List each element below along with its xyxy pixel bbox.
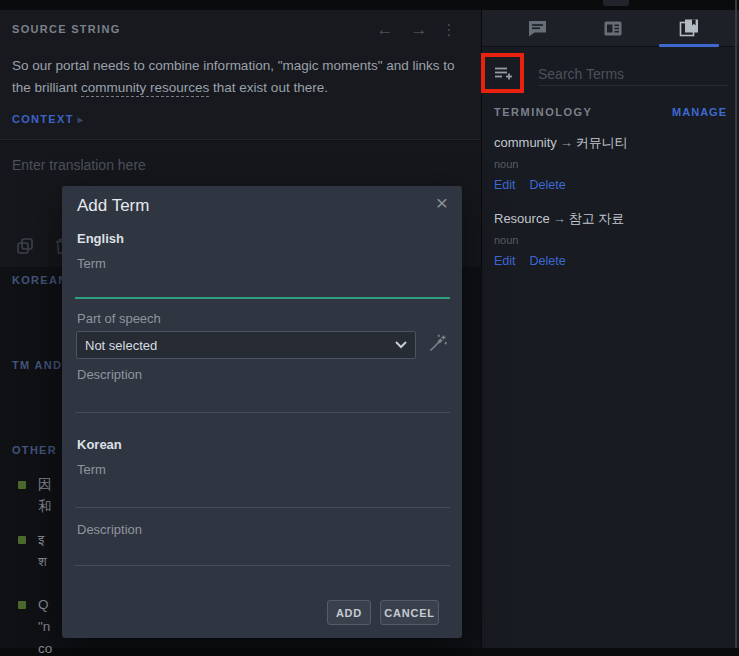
window-drag-handle bbox=[603, 0, 629, 6]
status-bullet-icon bbox=[18, 481, 26, 489]
highlighted-term[interactable]: community resources bbox=[81, 80, 209, 97]
term-target: 참고 자료 bbox=[569, 211, 625, 226]
kebab-icon: ⋮ bbox=[442, 21, 457, 39]
english-term-input[interactable] bbox=[75, 273, 450, 299]
term-source: community bbox=[494, 135, 557, 150]
segment-navigation: ← → ⋮ bbox=[373, 18, 457, 42]
other-language-item[interactable]: इ श bbox=[0, 529, 62, 573]
chevron-down-icon bbox=[395, 341, 407, 349]
other-language-line: co bbox=[38, 638, 62, 656]
next-segment-button[interactable]: → bbox=[407, 18, 431, 42]
add-button[interactable]: ADD bbox=[327, 600, 371, 625]
korean-section-heading: Korean bbox=[77, 437, 122, 452]
context-label: CONTEXT bbox=[12, 113, 74, 125]
dialog-title: Add Term bbox=[77, 196, 149, 216]
source-text: So our portal needs to combine informati… bbox=[12, 55, 472, 99]
term-arrow-icon: → bbox=[550, 211, 569, 226]
part-of-speech-value: Not selected bbox=[85, 338, 395, 353]
tab-comments[interactable] bbox=[499, 10, 575, 46]
manage-terms-link[interactable]: MANAGE bbox=[672, 106, 727, 118]
source-string-label: SOURCE STRING bbox=[12, 23, 121, 35]
english-section-heading: English bbox=[77, 231, 124, 246]
terminology-panel: TERMINOLOGY MANAGE community→커뮤니티 noun E… bbox=[482, 10, 739, 648]
playlist-add-icon bbox=[493, 64, 515, 82]
add-term-button[interactable] bbox=[490, 60, 518, 86]
status-bullet-icon bbox=[18, 536, 26, 544]
status-bullet-icon bbox=[18, 601, 26, 609]
other-language-item[interactable]: 因 和 bbox=[0, 474, 62, 518]
forward-arrow-icon: → bbox=[411, 20, 428, 40]
more-options-button[interactable]: ⋮ bbox=[441, 18, 457, 42]
term-arrow-icon: → bbox=[557, 135, 576, 150]
active-tab-indicator bbox=[659, 44, 719, 47]
delete-term-link[interactable]: Delete bbox=[530, 254, 566, 268]
magic-wand-icon bbox=[427, 334, 447, 354]
tab-terminology[interactable] bbox=[651, 10, 727, 46]
edit-term-link[interactable]: Edit bbox=[494, 178, 516, 192]
term-pair: Resource→참고 자료 bbox=[494, 210, 727, 228]
other-language-line: 和 bbox=[38, 496, 62, 518]
other-language-line: "n bbox=[38, 616, 62, 638]
korean-term-label: Term bbox=[77, 462, 106, 477]
close-icon: × bbox=[436, 191, 448, 214]
previous-segment-button[interactable]: ← bbox=[373, 18, 397, 42]
term-target: 커뮤니티 bbox=[576, 135, 628, 150]
tab-notes[interactable] bbox=[575, 10, 651, 46]
auto-suggest-button[interactable] bbox=[426, 333, 448, 355]
term-entry: community→커뮤니티 noun Edit Delete bbox=[494, 134, 727, 192]
cancel-button[interactable]: CANCEL bbox=[380, 600, 439, 625]
copy-icon bbox=[15, 236, 35, 256]
english-description-input[interactable] bbox=[75, 387, 450, 413]
delete-term-link[interactable]: Delete bbox=[530, 178, 566, 192]
term-part-of-speech: noun bbox=[494, 158, 727, 170]
translation-placeholder: Enter translation here bbox=[12, 157, 146, 173]
context-link[interactable]: CONTEXT▸ bbox=[12, 113, 84, 125]
comment-icon bbox=[528, 20, 547, 37]
other-language-line: श bbox=[38, 551, 62, 573]
termbase-book-icon bbox=[679, 19, 699, 37]
panel-tab-bar bbox=[482, 10, 739, 47]
search-terms-input[interactable] bbox=[538, 62, 728, 86]
term-source: Resource bbox=[494, 211, 550, 226]
other-language-line: इ bbox=[38, 529, 62, 551]
source-text-after: that exist out there. bbox=[209, 80, 328, 95]
terminology-header-row: TERMINOLOGY MANAGE bbox=[494, 106, 727, 118]
other-language-line: Q bbox=[38, 594, 62, 616]
korean-term-input[interactable] bbox=[75, 482, 450, 508]
part-of-speech-select[interactable]: Not selected bbox=[76, 331, 416, 359]
source-string-panel: SOURCE STRING ← → ⋮ So our portal needs … bbox=[0, 10, 481, 140]
back-arrow-icon: ← bbox=[377, 20, 394, 40]
close-dialog-button[interactable]: × bbox=[436, 192, 448, 213]
other-language-item[interactable]: Q "n co bbox=[0, 594, 62, 656]
english-term-label: Term bbox=[77, 256, 106, 271]
english-description-label: Description bbox=[77, 367, 142, 382]
copy-source-button[interactable] bbox=[14, 235, 36, 257]
term-part-of-speech: noun bbox=[494, 234, 727, 246]
term-pair: community→커뮤니티 bbox=[494, 134, 727, 152]
context-arrow-icon: ▸ bbox=[78, 114, 84, 125]
edit-term-link[interactable]: Edit bbox=[494, 254, 516, 268]
korean-description-label: Description bbox=[77, 522, 142, 537]
other-language-line: 因 bbox=[38, 474, 62, 496]
add-term-dialog: Add Term × English Term Part of speech N… bbox=[62, 186, 462, 638]
part-of-speech-label: Part of speech bbox=[77, 311, 161, 326]
document-icon bbox=[604, 21, 622, 36]
korean-description-input[interactable] bbox=[75, 540, 450, 566]
scrollbar[interactable] bbox=[735, 0, 737, 648]
term-entry: Resource→참고 자료 noun Edit Delete bbox=[494, 210, 727, 268]
terminology-header: TERMINOLOGY bbox=[494, 106, 592, 118]
